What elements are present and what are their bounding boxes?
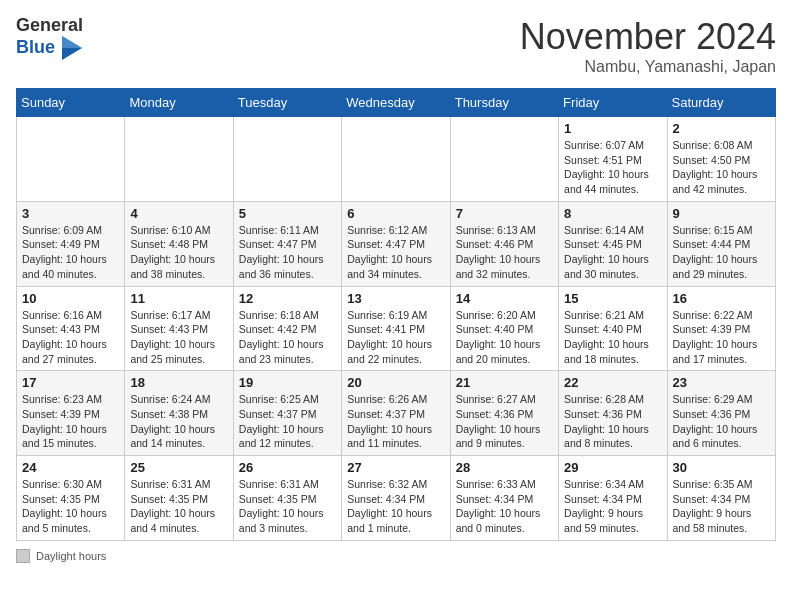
day-info: Sunrise: 6:21 AM Sunset: 4:40 PM Dayligh… [564, 308, 661, 367]
calendar-cell: 2Sunrise: 6:08 AM Sunset: 4:50 PM Daylig… [667, 117, 775, 202]
day-info: Sunrise: 6:25 AM Sunset: 4:37 PM Dayligh… [239, 392, 336, 451]
day-number: 15 [564, 291, 661, 306]
calendar-cell: 7Sunrise: 6:13 AM Sunset: 4:46 PM Daylig… [450, 201, 558, 286]
day-info: Sunrise: 6:32 AM Sunset: 4:34 PM Dayligh… [347, 477, 444, 536]
calendar-cell [233, 117, 341, 202]
day-number: 5 [239, 206, 336, 221]
calendar-cell: 4Sunrise: 6:10 AM Sunset: 4:48 PM Daylig… [125, 201, 233, 286]
day-info: Sunrise: 6:34 AM Sunset: 4:34 PM Dayligh… [564, 477, 661, 536]
calendar-week-row: 1Sunrise: 6:07 AM Sunset: 4:51 PM Daylig… [17, 117, 776, 202]
calendar-cell: 26Sunrise: 6:31 AM Sunset: 4:35 PM Dayli… [233, 456, 341, 541]
calendar-cell: 30Sunrise: 6:35 AM Sunset: 4:34 PM Dayli… [667, 456, 775, 541]
calendar-cell: 14Sunrise: 6:20 AM Sunset: 4:40 PM Dayli… [450, 286, 558, 371]
calendar-table: SundayMondayTuesdayWednesdayThursdayFrid… [16, 88, 776, 541]
day-number: 16 [673, 291, 770, 306]
day-info: Sunrise: 6:07 AM Sunset: 4:51 PM Dayligh… [564, 138, 661, 197]
day-number: 24 [22, 460, 119, 475]
day-info: Sunrise: 6:29 AM Sunset: 4:36 PM Dayligh… [673, 392, 770, 451]
calendar-cell: 21Sunrise: 6:27 AM Sunset: 4:36 PM Dayli… [450, 371, 558, 456]
calendar-cell: 19Sunrise: 6:25 AM Sunset: 4:37 PM Dayli… [233, 371, 341, 456]
calendar-cell: 25Sunrise: 6:31 AM Sunset: 4:35 PM Dayli… [125, 456, 233, 541]
day-number: 19 [239, 375, 336, 390]
weekday-header: Monday [125, 89, 233, 117]
calendar-cell: 29Sunrise: 6:34 AM Sunset: 4:34 PM Dayli… [559, 456, 667, 541]
calendar-cell: 6Sunrise: 6:12 AM Sunset: 4:47 PM Daylig… [342, 201, 450, 286]
calendar-week-row: 3Sunrise: 6:09 AM Sunset: 4:49 PM Daylig… [17, 201, 776, 286]
calendar-cell: 13Sunrise: 6:19 AM Sunset: 4:41 PM Dayli… [342, 286, 450, 371]
day-number: 25 [130, 460, 227, 475]
day-info: Sunrise: 6:24 AM Sunset: 4:38 PM Dayligh… [130, 392, 227, 451]
day-info: Sunrise: 6:19 AM Sunset: 4:41 PM Dayligh… [347, 308, 444, 367]
calendar-cell: 28Sunrise: 6:33 AM Sunset: 4:34 PM Dayli… [450, 456, 558, 541]
calendar-cell: 27Sunrise: 6:32 AM Sunset: 4:34 PM Dayli… [342, 456, 450, 541]
calendar-week-row: 17Sunrise: 6:23 AM Sunset: 4:39 PM Dayli… [17, 371, 776, 456]
day-number: 3 [22, 206, 119, 221]
day-number: 28 [456, 460, 553, 475]
location-title: Nambu, Yamanashi, Japan [520, 58, 776, 76]
day-number: 18 [130, 375, 227, 390]
calendar-cell: 9Sunrise: 6:15 AM Sunset: 4:44 PM Daylig… [667, 201, 775, 286]
calendar-cell [17, 117, 125, 202]
calendar-cell: 15Sunrise: 6:21 AM Sunset: 4:40 PM Dayli… [559, 286, 667, 371]
calendar-cell: 18Sunrise: 6:24 AM Sunset: 4:38 PM Dayli… [125, 371, 233, 456]
day-info: Sunrise: 6:33 AM Sunset: 4:34 PM Dayligh… [456, 477, 553, 536]
calendar-cell: 12Sunrise: 6:18 AM Sunset: 4:42 PM Dayli… [233, 286, 341, 371]
weekday-header: Sunday [17, 89, 125, 117]
day-info: Sunrise: 6:08 AM Sunset: 4:50 PM Dayligh… [673, 138, 770, 197]
calendar-cell: 5Sunrise: 6:11 AM Sunset: 4:47 PM Daylig… [233, 201, 341, 286]
calendar-cell: 17Sunrise: 6:23 AM Sunset: 4:39 PM Dayli… [17, 371, 125, 456]
title-block: November 2024 Nambu, Yamanashi, Japan [520, 16, 776, 76]
weekday-header: Friday [559, 89, 667, 117]
logo: General Blue [16, 16, 83, 60]
calendar-cell [450, 117, 558, 202]
calendar-cell: 20Sunrise: 6:26 AM Sunset: 4:37 PM Dayli… [342, 371, 450, 456]
calendar-cell [125, 117, 233, 202]
calendar-cell: 16Sunrise: 6:22 AM Sunset: 4:39 PM Dayli… [667, 286, 775, 371]
day-number: 6 [347, 206, 444, 221]
day-number: 22 [564, 375, 661, 390]
day-number: 8 [564, 206, 661, 221]
day-number: 26 [239, 460, 336, 475]
weekday-header: Tuesday [233, 89, 341, 117]
day-number: 27 [347, 460, 444, 475]
day-info: Sunrise: 6:14 AM Sunset: 4:45 PM Dayligh… [564, 223, 661, 282]
day-number: 30 [673, 460, 770, 475]
weekday-header: Saturday [667, 89, 775, 117]
day-info: Sunrise: 6:31 AM Sunset: 4:35 PM Dayligh… [130, 477, 227, 536]
day-number: 9 [673, 206, 770, 221]
day-info: Sunrise: 6:26 AM Sunset: 4:37 PM Dayligh… [347, 392, 444, 451]
logo-blue: Blue [16, 37, 55, 57]
day-number: 13 [347, 291, 444, 306]
calendar-cell: 23Sunrise: 6:29 AM Sunset: 4:36 PM Dayli… [667, 371, 775, 456]
day-info: Sunrise: 6:10 AM Sunset: 4:48 PM Dayligh… [130, 223, 227, 282]
day-info: Sunrise: 6:35 AM Sunset: 4:34 PM Dayligh… [673, 477, 770, 536]
day-info: Sunrise: 6:23 AM Sunset: 4:39 PM Dayligh… [22, 392, 119, 451]
legend-box [16, 549, 30, 563]
calendar-cell: 10Sunrise: 6:16 AM Sunset: 4:43 PM Dayli… [17, 286, 125, 371]
day-number: 10 [22, 291, 119, 306]
calendar-cell: 22Sunrise: 6:28 AM Sunset: 4:36 PM Dayli… [559, 371, 667, 456]
legend-label: Daylight hours [36, 550, 106, 562]
calendar-cell [342, 117, 450, 202]
day-number: 1 [564, 121, 661, 136]
weekday-header: Wednesday [342, 89, 450, 117]
calendar-cell: 8Sunrise: 6:14 AM Sunset: 4:45 PM Daylig… [559, 201, 667, 286]
day-number: 14 [456, 291, 553, 306]
day-info: Sunrise: 6:13 AM Sunset: 4:46 PM Dayligh… [456, 223, 553, 282]
month-title: November 2024 [520, 16, 776, 58]
day-number: 21 [456, 375, 553, 390]
calendar-cell: 1Sunrise: 6:07 AM Sunset: 4:51 PM Daylig… [559, 117, 667, 202]
page-header: General Blue November 2024 Nambu, Yamana… [16, 16, 776, 76]
day-info: Sunrise: 6:22 AM Sunset: 4:39 PM Dayligh… [673, 308, 770, 367]
day-number: 12 [239, 291, 336, 306]
legend: Daylight hours [16, 549, 776, 563]
day-info: Sunrise: 6:16 AM Sunset: 4:43 PM Dayligh… [22, 308, 119, 367]
day-number: 11 [130, 291, 227, 306]
calendar-cell: 3Sunrise: 6:09 AM Sunset: 4:49 PM Daylig… [17, 201, 125, 286]
day-info: Sunrise: 6:11 AM Sunset: 4:47 PM Dayligh… [239, 223, 336, 282]
weekday-header-row: SundayMondayTuesdayWednesdayThursdayFrid… [17, 89, 776, 117]
calendar-week-row: 24Sunrise: 6:30 AM Sunset: 4:35 PM Dayli… [17, 456, 776, 541]
day-number: 4 [130, 206, 227, 221]
day-info: Sunrise: 6:27 AM Sunset: 4:36 PM Dayligh… [456, 392, 553, 451]
day-number: 7 [456, 206, 553, 221]
